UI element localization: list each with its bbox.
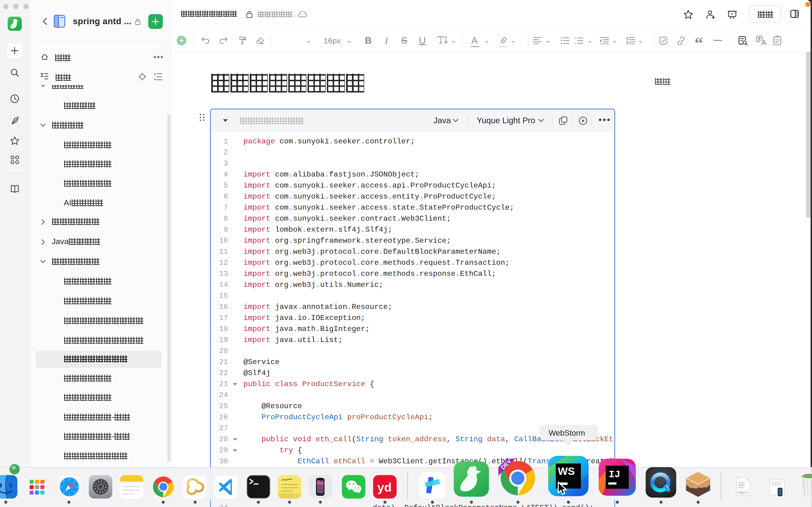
svg-text:WS: WS [558,465,575,477]
svg-text:IJ: IJ [609,469,620,480]
svg-text:yd: yd [377,481,392,494]
svg-text:1: 1 [575,37,576,40]
svg-text:2: 2 [575,41,576,44]
svg-text:DOCX: DOCX [738,491,748,495]
